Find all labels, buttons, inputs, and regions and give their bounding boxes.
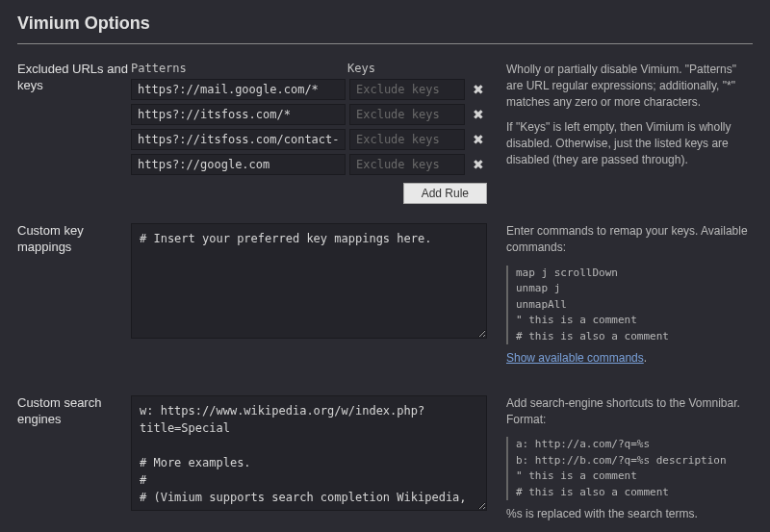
rule-row: ✖ [131,154,487,175]
keys-input[interactable] [349,129,465,150]
section-label-keymap: Custom key mappings [17,223,131,376]
show-commands-link[interactable]: Show available commands [506,351,644,365]
section-label-excluded: Excluded URLs and keys [17,62,131,204]
add-rule-button[interactable]: Add Rule [403,183,487,204]
help-excluded: Wholly or partially disable Vimium. "Pat… [487,62,753,204]
pattern-input[interactable] [131,129,346,150]
pattern-input[interactable] [131,79,346,100]
rule-row: ✖ [131,79,487,100]
close-icon[interactable]: ✖ [471,157,486,172]
rule-row: ✖ [131,104,487,125]
help-text: Enter commands to remap your keys. Avail… [506,223,753,256]
help-text: Show available commands. [506,350,753,367]
pattern-input[interactable] [131,154,346,175]
help-code: a: http://a.com/?q=%s b: http://b.com/?q… [506,437,753,500]
section-excluded: Excluded URLs and keys Patterns Keys ✖ ✖… [0,62,770,223]
help-code: map j scrollDown unmap j unmapAll " this… [506,266,753,345]
pattern-input[interactable] [131,104,346,125]
help-search: Add search-engine shortcuts to the Vomni… [487,395,753,532]
close-icon[interactable]: ✖ [471,82,486,97]
col-header-keys: Keys [347,62,463,75]
col-header-patterns: Patterns [131,62,347,75]
divider [17,43,753,44]
help-keymap: Enter commands to remap your keys. Avail… [487,223,753,376]
help-text: If "Keys" is left empty, then Vimium is … [506,119,753,167]
close-icon[interactable]: ✖ [471,132,486,147]
close-icon[interactable]: ✖ [471,107,486,122]
help-text: Add search-engine shortcuts to the Vomni… [506,395,753,428]
keys-input[interactable] [349,79,465,100]
rule-row: ✖ [131,129,487,150]
keymap-textarea[interactable] [131,223,487,339]
section-keymap: Custom key mappings Enter commands to re… [0,223,770,395]
help-text: . [644,351,647,365]
help-text: %s is replaced with the search terms. [506,506,753,522]
section-label-search: Custom search engines [17,395,131,532]
section-search: Custom search engines Add search-engine … [0,395,770,532]
search-textarea[interactable] [131,395,487,511]
page-title: Vimium Options [17,13,753,34]
keys-input[interactable] [349,104,465,125]
keys-input[interactable] [349,154,465,175]
help-text: Wholly or partially disable Vimium. "Pat… [506,62,753,110]
